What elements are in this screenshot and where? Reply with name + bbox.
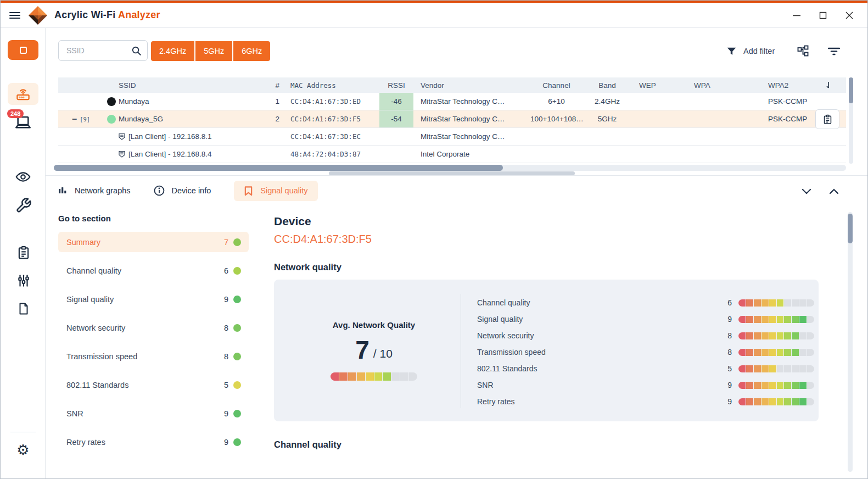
client-count-badge: [9] xyxy=(80,116,90,122)
network-quality-card: Avg. Network Quality 7 / 10 Channel qual… xyxy=(274,280,819,421)
status-dot xyxy=(107,115,116,124)
metric-value: 8 xyxy=(718,348,732,357)
add-filter-button[interactable]: Add filter xyxy=(726,41,775,61)
device-mac: CC:D4:A1:67:3D:F5 xyxy=(274,233,372,246)
search-input[interactable] xyxy=(65,46,131,55)
score-dot xyxy=(233,238,241,246)
column-header-vendor[interactable]: Vendor xyxy=(413,81,530,90)
copy-mac-button[interactable] xyxy=(815,109,839,129)
tab-network-graphs[interactable]: Network graphs xyxy=(58,181,131,200)
column-header-ssid[interactable]: SSID xyxy=(119,81,270,90)
score-dot xyxy=(233,410,241,417)
section-nav-item-signal-quality[interactable]: Signal quality9 xyxy=(58,289,249,309)
topology-view-button[interactable] xyxy=(797,44,810,58)
stop-icon xyxy=(20,47,27,54)
cell-band: 2.4GHz xyxy=(583,97,632,105)
cell-vendor: MitraStar Technology C… xyxy=(413,97,530,105)
chevron-down-icon xyxy=(802,188,811,194)
sidebar-item-reports[interactable] xyxy=(15,244,32,261)
settings-button[interactable]: ⚙ xyxy=(15,441,31,459)
cell-wpa2: PSK-CCMP xyxy=(742,115,810,123)
sidebar-item-monitor[interactable] xyxy=(14,169,32,185)
column-header-band[interactable]: Band xyxy=(583,81,632,90)
section-score: 5 xyxy=(224,381,228,389)
sidebar-item-docs[interactable] xyxy=(16,300,31,318)
cell-rssi xyxy=(379,146,413,163)
tab-label: Network graphs xyxy=(75,186,131,195)
menu-icon[interactable] xyxy=(9,12,20,19)
document-icon xyxy=(17,301,30,316)
section-nav-item-802-11-standards[interactable]: 802.11 Standards5 xyxy=(58,375,249,395)
table-vertical-scrollbar-thumb[interactable] xyxy=(849,77,853,103)
network-quality-title: Network quality xyxy=(274,262,341,272)
section-nav-item-transmission-speed[interactable]: Transmission speed8 xyxy=(58,346,249,366)
cell-band: 5GHz xyxy=(583,115,632,123)
chevron-up-icon xyxy=(829,188,839,194)
band-button-6ghz[interactable]: 6GHz xyxy=(233,41,270,61)
column-header-spacer xyxy=(810,77,846,93)
section-label: 802.11 Standards xyxy=(66,381,224,389)
panel-horizontal-scrollbar[interactable] xyxy=(329,171,575,175)
column-header-num[interactable]: # xyxy=(270,81,282,90)
close-button[interactable] xyxy=(844,10,854,20)
collapse-panel-button[interactable] xyxy=(801,186,812,196)
metric-label: 802.11 Standards xyxy=(477,364,718,373)
metric-bar xyxy=(738,398,814,405)
expand-panel-button[interactable] xyxy=(828,186,839,196)
avg-quality-value: 7 xyxy=(355,337,369,363)
sidebar-item-preferences[interactable] xyxy=(15,272,32,289)
table-row[interactable]: Mundaya1CC:D4:A1:67:3D:ED-46MitraStar Te… xyxy=(58,93,846,110)
devices-count-badge: 248 xyxy=(7,109,24,118)
sidebar-divider xyxy=(10,432,36,432)
column-header-rssi[interactable]: RSSI xyxy=(379,77,413,93)
tab-label: Device info xyxy=(172,186,211,195)
panel-vertical-scrollbar[interactable] xyxy=(848,212,853,472)
table-row[interactable]: [Lan Client] - 192.168.8.448:A4:72:04:D3… xyxy=(58,146,846,163)
column-header-wpa[interactable]: WPA xyxy=(684,81,742,90)
maximize-button[interactable] xyxy=(818,10,828,20)
table-row[interactable]: [Lan Client] - 192.168.8.1CC:D4:A1:67:3D… xyxy=(58,128,846,146)
section-nav-item-snr[interactable]: SNR9 xyxy=(58,403,249,424)
titlebar: Acrylic Wi-Fi Analyzer xyxy=(1,3,867,28)
app-title: Acrylic Wi-Fi Analyzer xyxy=(54,9,160,21)
column-header-mac[interactable]: MAC Address xyxy=(282,81,379,90)
table-row[interactable]: −[9]Mundaya_5G2CC:D4:A1:67:3D:F5-54Mitra… xyxy=(58,110,846,128)
cell-ssid: [Lan Client] - 192.168.8.4 xyxy=(119,150,270,158)
score-dot xyxy=(233,353,241,360)
tab-device-info[interactable]: Device info xyxy=(154,180,211,201)
avg-quality-bar xyxy=(331,372,417,381)
section-label: Channel quality xyxy=(66,266,224,275)
metric-row: SNR9 xyxy=(477,377,814,393)
section-score: 6 xyxy=(224,266,228,275)
band-button-5ghz[interactable]: 5GHz xyxy=(195,41,232,61)
collapse-icon[interactable]: − xyxy=(72,115,77,124)
bookmark-icon xyxy=(244,186,253,196)
column-header-wpa2[interactable]: WPA2 xyxy=(742,81,810,90)
minimize-button[interactable] xyxy=(792,10,802,20)
section-nav-item-retry-rates[interactable]: Retry rates9 xyxy=(58,432,249,452)
column-header-wep[interactable]: WEP xyxy=(632,81,684,90)
cell-num: 1 xyxy=(270,97,282,105)
section-nav-item-channel-quality[interactable]: Channel quality6 xyxy=(58,260,249,281)
table-header: SSID#MAC AddressRSSIVendorChannelBandWEP… xyxy=(58,77,846,93)
table-horizontal-scrollbar-thumb[interactable] xyxy=(54,165,503,171)
sidebar-item-tools[interactable] xyxy=(14,196,33,215)
section-nav-item-summary[interactable]: Summary7 xyxy=(58,232,249,252)
app-window: Acrylic Wi-Fi Analyzer 248 xyxy=(0,0,868,479)
column-filter-button[interactable] xyxy=(827,44,841,58)
funnel-icon xyxy=(726,46,737,57)
band-button-2.4ghz[interactable]: 2.4GHz xyxy=(151,41,194,61)
wrench-icon xyxy=(15,197,32,214)
cell-wpa2: PSK-CCMP xyxy=(742,97,810,105)
metric-bar xyxy=(738,365,814,372)
sidebar-item-access-points[interactable] xyxy=(8,83,38,105)
section-nav-item-network-security[interactable]: Network security8 xyxy=(58,318,249,338)
panel-vertical-scrollbar-thumb[interactable] xyxy=(848,214,853,243)
metric-value: 6 xyxy=(718,298,732,307)
tab-signal-quality[interactable]: Signal quality xyxy=(234,181,317,201)
cell-mac: CC:D4:A1:67:3D:ED xyxy=(282,97,379,105)
score-dot xyxy=(233,381,241,389)
column-header-channel[interactable]: Channel xyxy=(530,81,583,90)
capture-stop-button[interactable] xyxy=(8,40,38,60)
ssid-search xyxy=(58,40,148,61)
